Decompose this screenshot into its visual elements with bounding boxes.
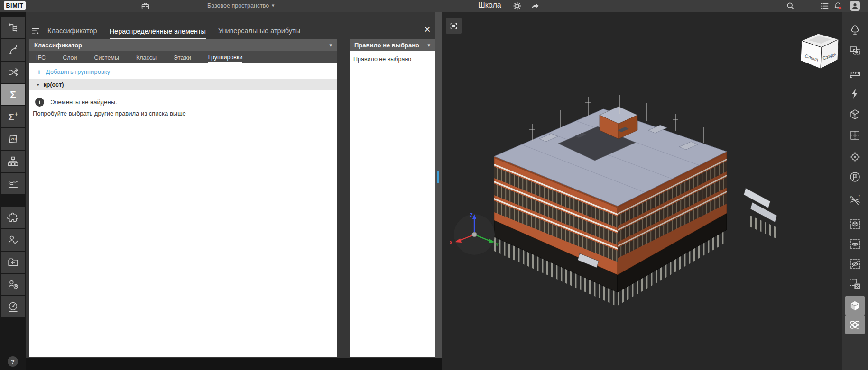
- classifier-dropdown-label: Классификатор: [34, 42, 82, 49]
- subtab-floors[interactable]: Этажи: [174, 53, 191, 62]
- show-selection-button[interactable]: [845, 235, 865, 253]
- connections-icon: [7, 44, 19, 56]
- project-title: Школа: [478, 1, 501, 9]
- trend-chart-button[interactable]: [1, 173, 25, 194]
- tree-icon: [849, 24, 861, 36]
- section-box-button[interactable]: [845, 105, 865, 124]
- floor-plan-button[interactable]: [845, 126, 865, 144]
- left-toolbar: Σ Σ+ 2D ?: [0, 12, 26, 370]
- subtab-ifc[interactable]: IFC: [36, 53, 46, 62]
- user-avatar-icon[interactable]: [850, 1, 860, 11]
- subtab-layers[interactable]: Слои: [63, 53, 77, 62]
- topbar-divider: [203, 2, 203, 10]
- user-check-icon: [7, 234, 19, 246]
- org-chart-button[interactable]: [1, 151, 25, 172]
- add-grouping-label: Добавить группировку: [46, 69, 110, 75]
- hide-selection-button[interactable]: [845, 254, 865, 273]
- folder-export-button[interactable]: [1, 252, 25, 273]
- classifier-dropdown[interactable]: Классификатор ▾: [29, 39, 337, 51]
- sigma-icon: Σ: [10, 90, 16, 99]
- help-button[interactable]: ?: [8, 356, 18, 367]
- tab-universal-attributes[interactable]: Универсальные атрибуты: [218, 27, 300, 39]
- isolate-selection-button[interactable]: [845, 215, 865, 234]
- rule-content: Правило не выбрано: [350, 51, 435, 357]
- sum-add-button[interactable]: Σ+: [1, 106, 25, 127]
- classifier-tree-icon: [7, 22, 19, 34]
- app-logo[interactable]: BiMiT: [4, 1, 26, 10]
- user-location-button[interactable]: [1, 274, 25, 295]
- toolbar-divider: [844, 336, 866, 336]
- clear-selection-button[interactable]: [845, 274, 865, 293]
- plugins-button[interactable]: [1, 207, 25, 228]
- measure-ruler-button[interactable]: [845, 64, 865, 83]
- search-icon[interactable]: [785, 1, 795, 11]
- topbar-divider: [776, 2, 776, 10]
- flash-section-button[interactable]: [845, 84, 865, 103]
- focus-icon: [449, 21, 459, 31]
- classifier-tree-button[interactable]: [1, 17, 25, 38]
- empty-state: i Элементы не найдены. Попробуйте выбрат…: [29, 98, 337, 117]
- list-menu-icon[interactable]: [820, 1, 830, 11]
- app-window: BiMiT Базовое пространство ▾ Школа: [0, 0, 868, 370]
- close-panel-icon[interactable]: ×: [422, 24, 433, 36]
- flag-icon: [849, 171, 861, 183]
- rule-body-text: Правило не выбрано: [350, 51, 435, 67]
- rule-dropdown-label: Правило не выбрано: [354, 42, 419, 49]
- chevron-down-icon[interactable]: ▾: [272, 2, 275, 9]
- building-model[interactable]: [442, 12, 842, 370]
- focus-selection-button[interactable]: [446, 18, 462, 34]
- capture-selection-button[interactable]: [845, 41, 865, 60]
- subtab-classes[interactable]: Классы: [136, 53, 157, 62]
- svg-text:2D: 2D: [11, 137, 16, 141]
- viewport-3d[interactable]: Слева Сзади Z X Y: [442, 12, 842, 370]
- grouping-row[interactable]: ▾ кр(ост): [29, 79, 337, 90]
- locate-button[interactable]: [845, 147, 865, 166]
- collapse-panel-icon[interactable]: [31, 27, 40, 36]
- chevron-down-icon: ▾: [329, 42, 332, 48]
- flag-button[interactable]: [845, 167, 865, 186]
- axis-gizmo[interactable]: Z X Y: [446, 210, 503, 262]
- tab-unallocated-elements[interactable]: Нераспределённые элементы: [110, 27, 206, 40]
- chevron-down-icon: ▾: [427, 42, 430, 48]
- view-cube[interactable]: Слева Сзади: [797, 28, 842, 72]
- x-axis-label: X: [449, 240, 453, 245]
- briefcase-icon[interactable]: [140, 1, 150, 11]
- section-lines-icon: 12: [849, 194, 861, 207]
- capture-selection-icon: [849, 45, 861, 57]
- puzzle-icon: [7, 212, 19, 224]
- user-check-button[interactable]: [1, 229, 25, 251]
- org-chart-icon: [7, 155, 19, 167]
- show-eye-icon: [849, 238, 861, 251]
- panel-tabs: Классификатор Нераспределённые элементы …: [47, 18, 300, 39]
- tree-tool-button[interactable]: [845, 20, 865, 39]
- section-line-1-label: 1: [850, 194, 852, 198]
- sum-button[interactable]: Σ: [1, 84, 25, 105]
- sigma-plus-icon: Σ: [8, 112, 14, 122]
- shuffle-button[interactable]: [1, 62, 25, 83]
- grouping-label: кр(ост): [44, 81, 64, 88]
- toolbar-divider: [844, 211, 866, 211]
- section-lines-button[interactable]: 12: [845, 191, 865, 210]
- topbar: BiMiT Базовое пространство ▾ Школа: [0, 0, 868, 12]
- share-icon[interactable]: [530, 1, 540, 11]
- connections-button[interactable]: [1, 39, 25, 61]
- settings-gear-icon[interactable]: [512, 1, 522, 11]
- drawing-2d-button[interactable]: 2D: [1, 128, 25, 150]
- plus-icon: +: [15, 111, 18, 117]
- subtab-groupings[interactable]: Группировки: [208, 52, 243, 63]
- tab-classifier[interactable]: Классификатор: [47, 27, 97, 39]
- subtab-systems[interactable]: Системы: [94, 53, 119, 62]
- rule-dropdown[interactable]: Правило не выбрано ▾: [350, 39, 435, 51]
- section-line-2-label: 2: [859, 194, 860, 198]
- orbit-mode-button[interactable]: [845, 315, 865, 334]
- folder-export-icon: [7, 256, 19, 268]
- gauge-icon: [7, 301, 19, 313]
- notifications-bell-icon[interactable]: [833, 1, 843, 11]
- shaded-view-button[interactable]: [845, 296, 865, 315]
- workspace-selector[interactable]: Базовое пространство: [207, 2, 269, 9]
- add-grouping-button[interactable]: + Добавить группировку: [29, 63, 337, 79]
- resizer-handle[interactable]: [437, 171, 439, 183]
- y-axis-label: Y: [495, 242, 499, 247]
- panel-resizer[interactable]: [435, 12, 442, 358]
- dashboard-gauge-button[interactable]: [1, 296, 25, 317]
